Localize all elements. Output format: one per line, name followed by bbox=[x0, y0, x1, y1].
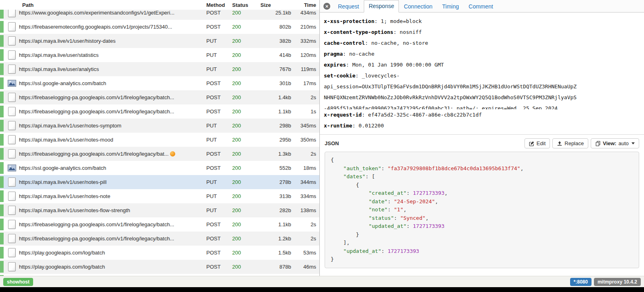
flow-status: 200 bbox=[232, 94, 257, 100]
image-icon bbox=[4, 165, 19, 171]
view-mode-button[interactable]: View: auto bbox=[591, 138, 639, 148]
flow-row[interactable]: https://firebaselogging-pa.googleapis.co… bbox=[0, 217, 319, 232]
flow-status: 200 bbox=[232, 80, 257, 86]
flow-table-rows: https://www.googleapis.com/experimentsan… bbox=[0, 6, 319, 276]
document-icon bbox=[4, 192, 19, 201]
flow-path: https://firebaselogging-pa.googleapis.co… bbox=[19, 221, 206, 227]
flow-row[interactable]: https://api.maya.live/v1/user/notes-flow… bbox=[0, 203, 319, 217]
flow-path: https://api.maya.live/v1/user/notes-mood bbox=[19, 137, 206, 143]
flow-row[interactable]: https://api.maya.live/v1/user/notes-pill… bbox=[0, 175, 319, 189]
flow-time: 344ms bbox=[291, 179, 319, 185]
flow-row[interactable]: https://firebaselogging-pa.googleapis.co… bbox=[0, 232, 319, 246]
flow-row[interactable]: https://play.googleapis.com/log/batchPOS… bbox=[0, 246, 319, 260]
replace-button[interactable]: Replace bbox=[552, 138, 588, 148]
tls-indicator bbox=[0, 175, 4, 189]
flow-size: 552b bbox=[257, 165, 291, 171]
document-icon bbox=[4, 177, 19, 187]
flow-status: 200 bbox=[232, 165, 257, 171]
edit-pencil-icon bbox=[529, 141, 535, 146]
json-response-body[interactable]: { "auth_token": "fa37a7929808bf1b8dce67b… bbox=[325, 152, 639, 268]
tab-connection[interactable]: Connection bbox=[399, 0, 437, 13]
flow-row[interactable]: https://ssl.google-analytics.com/batchPO… bbox=[0, 76, 319, 90]
column-header-time[interactable]: Time bbox=[291, 2, 319, 8]
flow-row[interactable]: https://api.maya.live/v1/user/notes-note… bbox=[0, 189, 319, 203]
flow-status: 200 bbox=[232, 221, 257, 227]
flow-size: 313b bbox=[257, 193, 291, 199]
flow-row[interactable]: https://api.maya.live/v1/user/notes-symp… bbox=[0, 119, 319, 133]
flow-path: https://firebaselogging-pa.googleapis.co… bbox=[19, 108, 206, 115]
flow-row[interactable]: https://api.maya.live/v1/user/notes-mood… bbox=[0, 133, 319, 147]
flow-time: 334ms bbox=[291, 193, 319, 199]
document-icon bbox=[4, 107, 19, 116]
column-header-method[interactable]: Method bbox=[206, 2, 232, 8]
flow-path: https://api.maya.live/user/analytics bbox=[19, 66, 206, 72]
flow-row[interactable]: https://api.maya.live/user/analyticsPUT2… bbox=[0, 62, 319, 76]
flow-row[interactable]: https://firebaselogging-pa.googleapis.co… bbox=[0, 90, 319, 104]
flow-status: 200 bbox=[232, 10, 257, 16]
tab-request[interactable]: Request bbox=[333, 0, 364, 13]
flow-time: 17ms bbox=[291, 80, 319, 86]
flow-size: 282b bbox=[257, 207, 291, 213]
document-icon bbox=[4, 262, 19, 271]
main-area: https://www.googleapis.com/experimentsan… bbox=[0, 0, 644, 276]
flow-size: 1.1kb bbox=[257, 108, 291, 115]
detail-body: x-xss-protection: 1; mode=blockx-content… bbox=[320, 13, 644, 276]
status-badge--8080[interactable]: *:8080 bbox=[570, 278, 592, 286]
tab-comment[interactable]: Comment bbox=[464, 0, 498, 13]
flow-time: 332ms bbox=[291, 38, 319, 44]
flow-path: https://api.maya.live/v1/user/notes-symp… bbox=[19, 123, 206, 129]
flow-status: 200 bbox=[232, 108, 257, 115]
response-header-x-content-type-options: x-content-type-options: nosniff bbox=[324, 27, 640, 38]
flow-method: PUT bbox=[206, 66, 232, 72]
flow-time: 350ms bbox=[291, 137, 319, 143]
flow-row[interactable]: https://ssl.google-analytics.com/batchPO… bbox=[0, 161, 319, 175]
flow-time: 210ms bbox=[291, 24, 319, 30]
document-icon bbox=[4, 22, 19, 31]
tab-timing[interactable]: Timing bbox=[437, 0, 464, 13]
flow-time: 2s bbox=[291, 221, 319, 227]
response-header-cache-control: cache-control: no-cache, no-store bbox=[324, 38, 640, 48]
flow-time: 18ms bbox=[291, 165, 319, 171]
column-header-path[interactable]: Path bbox=[19, 2, 206, 8]
flow-status: 200 bbox=[232, 24, 257, 30]
document-icon bbox=[4, 234, 19, 243]
flow-size: 1.5kb bbox=[257, 250, 291, 256]
flow-time: 2s bbox=[291, 151, 319, 157]
flow-row[interactable]: https://firebaselogging-pa.googleapis.co… bbox=[0, 147, 319, 161]
flow-size: 802b bbox=[257, 24, 291, 30]
caret-down-icon bbox=[631, 142, 635, 144]
flow-time: 434ms bbox=[291, 10, 319, 16]
document-icon bbox=[4, 220, 19, 229]
tls-indicator bbox=[0, 217, 4, 232]
tab-response[interactable]: Response bbox=[364, 0, 399, 13]
flow-row[interactable]: https://api.maya.live/v1/user/history-da… bbox=[0, 34, 319, 48]
close-icon[interactable]: × bbox=[323, 3, 330, 10]
response-header-x-runtime: x-runtime: 0.012200 bbox=[324, 120, 640, 131]
document-icon bbox=[4, 149, 19, 159]
response-header-expires: expires: Mon, 01 Jan 1990 00:00:00 GMT bbox=[324, 59, 640, 70]
flow-row[interactable]: https://api.maya.live/user/statisticsPUT… bbox=[0, 48, 319, 62]
flow-row[interactable]: https://firebaselogging-pa.googleapis.co… bbox=[0, 104, 319, 119]
flow-path: https://api.maya.live/v1/user/notes-note bbox=[19, 193, 206, 199]
response-content-section: JSON Edit bbox=[320, 134, 644, 273]
tls-indicator bbox=[0, 246, 4, 260]
document-icon bbox=[4, 93, 19, 102]
edit-button[interactable]: Edit bbox=[524, 138, 550, 148]
flow-row[interactable]: https://firebaseremoteconfig.googleapis.… bbox=[0, 20, 319, 34]
flow-path: https://ssl.google-analytics.com/batch bbox=[19, 165, 206, 171]
flow-path: https://play.googleapis.com/log/batch bbox=[19, 264, 206, 270]
flow-row[interactable] bbox=[0, 274, 319, 276]
flow-row[interactable]: https://play.googleapis.com/log/batchPOS… bbox=[0, 260, 319, 274]
flow-path: https://ssl.google-analytics.com/batch bbox=[19, 80, 206, 86]
response-header-pragma: pragma: no-cache bbox=[324, 48, 640, 59]
status-badge-showhost[interactable]: showhost bbox=[3, 278, 33, 286]
column-header-status[interactable]: Status bbox=[232, 2, 257, 8]
tls-indicator bbox=[0, 90, 4, 104]
flow-status: 200 bbox=[232, 207, 257, 213]
upload-icon bbox=[557, 141, 562, 146]
flow-size: 1.4kb bbox=[257, 94, 291, 100]
document-icon bbox=[4, 50, 19, 60]
status-badge-mitmproxy-10-4-2[interactable]: mitmproxy 10.4.2 bbox=[594, 278, 641, 286]
column-header-size[interactable]: Size bbox=[257, 2, 291, 8]
flow-table-panel: https://www.googleapis.com/experimentsan… bbox=[0, 0, 320, 276]
